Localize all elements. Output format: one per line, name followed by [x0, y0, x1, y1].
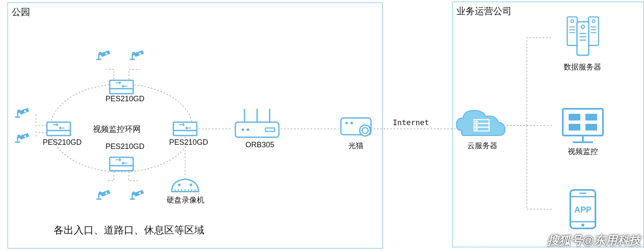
modem-icon: [341, 118, 371, 136]
switch-right-icon: [173, 122, 197, 136]
park-title: 公园: [12, 6, 30, 18]
svg-point-29: [350, 122, 353, 124]
switch-left-label: PES210GD: [43, 138, 82, 147]
camera-icon: [130, 190, 144, 199]
svg-point-38: [476, 128, 477, 130]
camera-icon: [130, 50, 144, 59]
svg-point-28: [345, 122, 348, 124]
svg-point-24: [242, 128, 244, 131]
router-label: ORB305: [245, 141, 274, 149]
camera-icon: [96, 190, 111, 199]
internet-label: Internet: [393, 118, 429, 127]
mobile-app-icon: APP: [570, 190, 595, 228]
video-monitor-icon: [563, 109, 603, 142]
dvr-icon: [172, 179, 198, 192]
camera-icon: [96, 50, 111, 59]
svg-point-37: [476, 125, 477, 126]
camera-icon: [15, 133, 29, 142]
cloud-server-icon: [456, 110, 505, 136]
company-title: 业务运营公司: [456, 5, 512, 18]
svg-rect-42: [569, 114, 580, 120]
svg-rect-44: [569, 124, 580, 131]
svg-text:APP: APP: [574, 205, 591, 214]
dvr-label: 硬盘录像机: [167, 195, 204, 205]
data-server-icon: [567, 17, 599, 55]
svg-point-11: [178, 184, 180, 186]
switch-top-label: PES210GD: [106, 95, 144, 103]
modem-label: 光猫: [348, 141, 363, 151]
svg-rect-43: [585, 114, 597, 120]
switch-left-icon: [47, 122, 70, 136]
area-caption: 各出入口、道路口、休息区等区域: [54, 223, 204, 237]
svg-rect-39: [563, 109, 603, 136]
svg-point-25: [247, 128, 249, 131]
switch-right-label: PES210GD: [169, 138, 208, 147]
data-server-label: 数据服务器: [564, 62, 601, 72]
diagram-stage: APP 公园 业务运营公司 视频监控环网 PES210GD PES210GD P…: [0, 0, 644, 251]
switch-top-icon: [110, 80, 133, 94]
ring-label: 视频监控环网: [93, 124, 141, 135]
camera-icon: [15, 108, 29, 117]
switch-bottom-icon: [110, 157, 133, 171]
svg-point-49: [582, 224, 585, 227]
switch-bottom-label: PES210GD: [106, 142, 144, 151]
svg-point-12: [190, 184, 192, 186]
svg-point-36: [476, 121, 477, 122]
router-icon: [235, 109, 279, 137]
svg-rect-45: [585, 124, 597, 131]
cloud-label: 云服务器: [467, 141, 497, 151]
video-monitor-label: 视频监控: [568, 146, 598, 156]
